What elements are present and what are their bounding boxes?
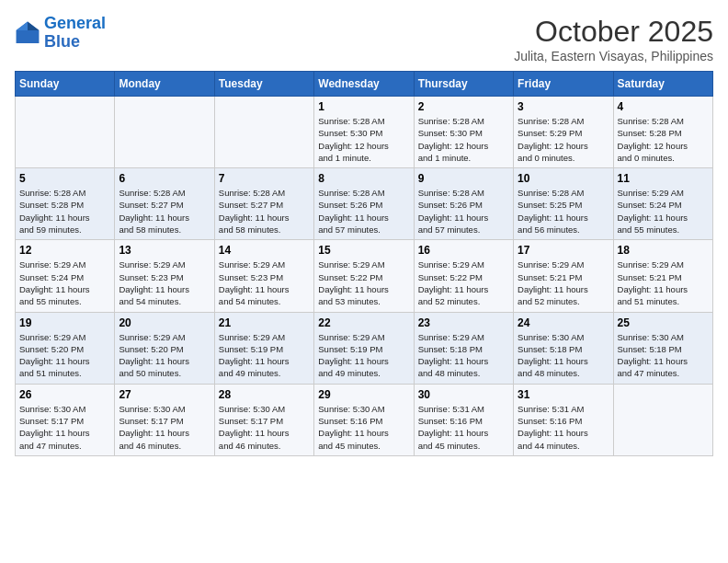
- calendar-cell: 27Sunrise: 5:30 AMSunset: 5:17 PMDayligh…: [115, 384, 214, 455]
- day-details: Sunrise: 5:28 AMSunset: 5:30 PMDaylight:…: [418, 115, 509, 164]
- calendar-cell: 2Sunrise: 5:28 AMSunset: 5:30 PMDaylight…: [414, 97, 513, 168]
- header-tuesday: Tuesday: [214, 72, 313, 97]
- day-details: Sunrise: 5:29 AMSunset: 5:23 PMDaylight:…: [219, 259, 310, 307]
- calendar-cell: [115, 97, 214, 168]
- day-number: 19: [19, 316, 110, 329]
- day-details: Sunrise: 5:29 AMSunset: 5:19 PMDaylight:…: [318, 331, 409, 380]
- calendar-cell: 20Sunrise: 5:29 AMSunset: 5:20 PMDayligh…: [115, 312, 214, 384]
- day-number: 25: [618, 316, 709, 329]
- calendar-cell: 11Sunrise: 5:29 AMSunset: 5:24 PMDayligh…: [613, 168, 712, 240]
- calendar-cell: 12Sunrise: 5:29 AMSunset: 5:24 PMDayligh…: [16, 240, 115, 312]
- logo-icon: [15, 20, 40, 46]
- day-details: Sunrise: 5:29 AMSunset: 5:21 PMDaylight:…: [518, 259, 609, 307]
- day-details: Sunrise: 5:28 AMSunset: 5:29 PMDaylight:…: [518, 115, 609, 164]
- calendar-cell: 5Sunrise: 5:28 AMSunset: 5:28 PMDaylight…: [16, 168, 115, 240]
- day-number: 18: [618, 244, 709, 257]
- calendar-cell: 28Sunrise: 5:30 AMSunset: 5:17 PMDayligh…: [214, 384, 313, 455]
- logo-line1: General: [44, 14, 106, 32]
- calendar-week-row: 12Sunrise: 5:29 AMSunset: 5:24 PMDayligh…: [16, 240, 713, 312]
- day-details: Sunrise: 5:29 AMSunset: 5:21 PMDaylight:…: [618, 259, 709, 307]
- day-number: 20: [119, 316, 210, 329]
- day-details: Sunrise: 5:28 AMSunset: 5:25 PMDaylight:…: [518, 187, 609, 236]
- calendar-cell: 24Sunrise: 5:30 AMSunset: 5:18 PMDayligh…: [514, 312, 613, 384]
- day-details: Sunrise: 5:29 AMSunset: 5:24 PMDaylight:…: [19, 259, 110, 307]
- calendar-cell: 10Sunrise: 5:28 AMSunset: 5:25 PMDayligh…: [514, 168, 613, 240]
- day-number: 3: [518, 100, 609, 113]
- day-details: Sunrise: 5:28 AMSunset: 5:27 PMDaylight:…: [219, 187, 310, 236]
- svg-marker-1: [28, 21, 39, 29]
- calendar-header-row: SundayMondayTuesdayWednesdayThursdayFrid…: [16, 72, 713, 97]
- header-sunday: Sunday: [16, 72, 115, 97]
- day-details: Sunrise: 5:29 AMSunset: 5:18 PMDaylight:…: [418, 331, 509, 380]
- day-details: Sunrise: 5:30 AMSunset: 5:18 PMDaylight:…: [518, 331, 609, 380]
- calendar-cell: 23Sunrise: 5:29 AMSunset: 5:18 PMDayligh…: [414, 312, 513, 384]
- day-number: 12: [19, 244, 110, 257]
- calendar-cell: 21Sunrise: 5:29 AMSunset: 5:19 PMDayligh…: [214, 312, 313, 384]
- day-details: Sunrise: 5:29 AMSunset: 5:24 PMDaylight:…: [618, 187, 709, 236]
- svg-marker-2: [17, 21, 28, 29]
- day-number: 29: [318, 388, 409, 401]
- calendar-cell: 25Sunrise: 5:30 AMSunset: 5:18 PMDayligh…: [613, 312, 712, 384]
- calendar-cell: 13Sunrise: 5:29 AMSunset: 5:23 PMDayligh…: [115, 240, 214, 312]
- day-number: 14: [219, 244, 310, 257]
- day-number: 16: [418, 244, 509, 257]
- day-number: 8: [318, 172, 409, 185]
- day-number: 30: [418, 388, 509, 401]
- day-details: Sunrise: 5:28 AMSunset: 5:27 PMDaylight:…: [119, 187, 210, 236]
- calendar-cell: 8Sunrise: 5:28 AMSunset: 5:26 PMDaylight…: [314, 168, 414, 240]
- calendar-cell: 18Sunrise: 5:29 AMSunset: 5:21 PMDayligh…: [613, 240, 712, 312]
- day-number: 24: [518, 316, 609, 329]
- day-number: 4: [618, 100, 709, 113]
- logo-line2: Blue: [44, 32, 80, 51]
- month-title: October 2025: [514, 15, 713, 49]
- calendar-cell: 14Sunrise: 5:29 AMSunset: 5:23 PMDayligh…: [214, 240, 313, 312]
- day-number: 6: [119, 172, 210, 185]
- day-details: Sunrise: 5:30 AMSunset: 5:16 PMDaylight:…: [318, 403, 409, 452]
- day-details: Sunrise: 5:29 AMSunset: 5:20 PMDaylight:…: [119, 331, 210, 380]
- calendar-cell: 30Sunrise: 5:31 AMSunset: 5:16 PMDayligh…: [414, 384, 513, 455]
- header-friday: Friday: [514, 72, 613, 97]
- calendar-cell: 16Sunrise: 5:29 AMSunset: 5:22 PMDayligh…: [414, 240, 513, 312]
- day-number: 5: [19, 172, 110, 185]
- day-details: Sunrise: 5:28 AMSunset: 5:26 PMDaylight:…: [318, 187, 409, 236]
- day-details: Sunrise: 5:30 AMSunset: 5:18 PMDaylight:…: [618, 331, 709, 380]
- day-details: Sunrise: 5:30 AMSunset: 5:17 PMDaylight:…: [219, 403, 310, 452]
- calendar-week-row: 26Sunrise: 5:30 AMSunset: 5:17 PMDayligh…: [16, 384, 713, 455]
- header-saturday: Saturday: [613, 72, 712, 97]
- calendar-cell: [16, 97, 115, 168]
- day-details: Sunrise: 5:29 AMSunset: 5:22 PMDaylight:…: [318, 259, 409, 307]
- day-number: 7: [219, 172, 310, 185]
- calendar-cell: 31Sunrise: 5:31 AMSunset: 5:16 PMDayligh…: [514, 384, 613, 455]
- calendar-cell: 7Sunrise: 5:28 AMSunset: 5:27 PMDaylight…: [214, 168, 313, 240]
- calendar-cell: 9Sunrise: 5:28 AMSunset: 5:26 PMDaylight…: [414, 168, 513, 240]
- day-details: Sunrise: 5:29 AMSunset: 5:19 PMDaylight:…: [219, 331, 310, 380]
- day-details: Sunrise: 5:29 AMSunset: 5:22 PMDaylight:…: [418, 259, 509, 307]
- day-details: Sunrise: 5:28 AMSunset: 5:28 PMDaylight:…: [618, 115, 709, 164]
- day-number: 15: [318, 244, 409, 257]
- day-number: 9: [418, 172, 509, 185]
- page-header: General Blue October 2025 Julita, Easter…: [15, 15, 713, 63]
- header-wednesday: Wednesday: [314, 72, 414, 97]
- calendar-cell: 17Sunrise: 5:29 AMSunset: 5:21 PMDayligh…: [514, 240, 613, 312]
- day-number: 28: [219, 388, 310, 401]
- calendar-cell: [613, 384, 712, 455]
- calendar-week-row: 1Sunrise: 5:28 AMSunset: 5:30 PMDaylight…: [16, 97, 713, 168]
- day-number: 2: [418, 100, 509, 113]
- calendar-cell: 1Sunrise: 5:28 AMSunset: 5:30 PMDaylight…: [314, 97, 414, 168]
- day-number: 1: [318, 100, 409, 113]
- calendar-cell: 6Sunrise: 5:28 AMSunset: 5:27 PMDaylight…: [115, 168, 214, 240]
- day-number: 10: [518, 172, 609, 185]
- day-details: Sunrise: 5:29 AMSunset: 5:20 PMDaylight:…: [19, 331, 110, 380]
- day-number: 21: [219, 316, 310, 329]
- calendar-cell: 29Sunrise: 5:30 AMSunset: 5:16 PMDayligh…: [314, 384, 414, 455]
- day-details: Sunrise: 5:30 AMSunset: 5:17 PMDaylight:…: [19, 403, 110, 452]
- header-thursday: Thursday: [414, 72, 513, 97]
- calendar-table: SundayMondayTuesdayWednesdayThursdayFrid…: [15, 71, 713, 456]
- calendar-cell: [214, 97, 313, 168]
- day-number: 23: [418, 316, 509, 329]
- day-details: Sunrise: 5:30 AMSunset: 5:17 PMDaylight:…: [119, 403, 210, 452]
- calendar-week-row: 5Sunrise: 5:28 AMSunset: 5:28 PMDaylight…: [16, 168, 713, 240]
- day-details: Sunrise: 5:28 AMSunset: 5:30 PMDaylight:…: [318, 115, 409, 164]
- logo-text: General Blue: [44, 15, 106, 52]
- day-number: 17: [518, 244, 609, 257]
